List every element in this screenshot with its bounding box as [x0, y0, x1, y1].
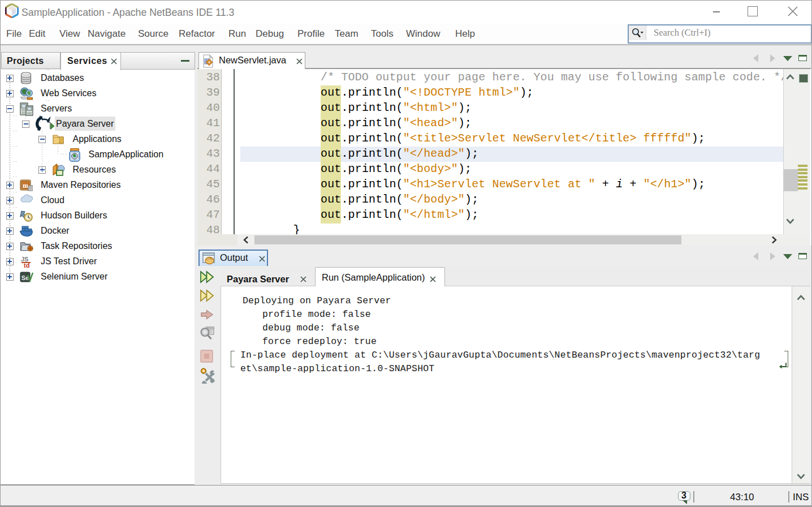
svg-text:m: m — [23, 182, 28, 190]
svg-text:td: td — [24, 262, 29, 269]
